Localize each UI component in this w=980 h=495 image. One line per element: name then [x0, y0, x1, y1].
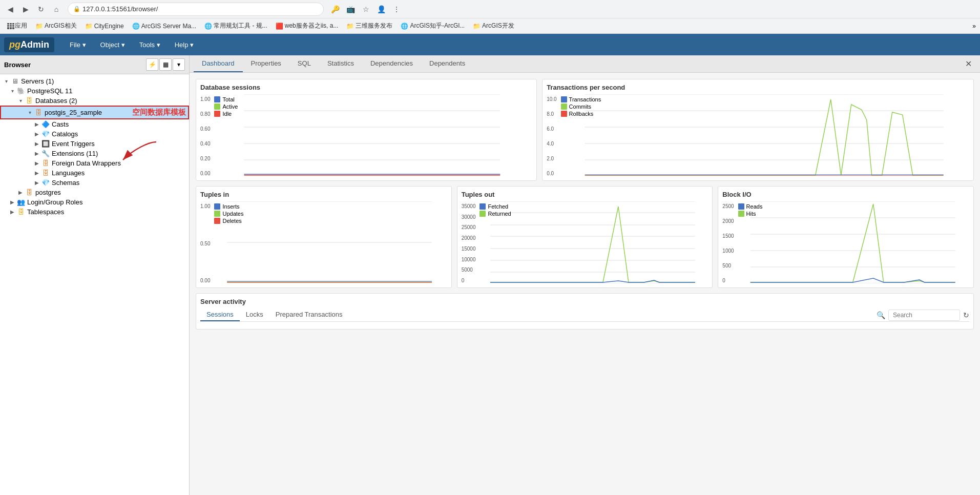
- tab-properties[interactable]: Properties: [243, 55, 289, 72]
- toggle-postgis[interactable]: ▾: [26, 110, 34, 115]
- sidebar-tree: ▾ 🖥 Servers (1) ▾ 🐘 PostgreSQL 11 ▾ 🗄 Da…: [0, 74, 189, 495]
- y-label: 1.00: [200, 203, 210, 209]
- toggle-casts[interactable]: ▶: [33, 121, 41, 127]
- toggle-languages[interactable]: ▶: [33, 170, 41, 176]
- y-label: 0.40: [200, 141, 210, 147]
- toggle-event-triggers[interactable]: ▶: [33, 141, 41, 147]
- y-label: 1500: [722, 233, 734, 239]
- tree-item-catalogs[interactable]: ▶ 💎 Catalogs: [0, 129, 189, 139]
- main-layout: Browser ⚡ ▦ ▾ ▾ 🖥 Servers (1) ▾ 🐘 Postgr…: [0, 55, 980, 495]
- tree-item-databases[interactable]: ▾ 🗄 Databases (2): [0, 96, 189, 106]
- grid-button[interactable]: ▦: [159, 58, 172, 71]
- activity-tab-prepared[interactable]: Prepared Transactions: [269, 308, 349, 321]
- toggle-fdw[interactable]: ▶: [33, 160, 41, 166]
- bookmark-star-icon[interactable]: ☆: [360, 3, 372, 15]
- fdw-label: Foreign Data Wrappers: [52, 159, 187, 167]
- forward-button[interactable]: ▶: [19, 3, 32, 15]
- toggle-schemas[interactable]: ▶: [33, 180, 41, 185]
- tree-item-tablespaces[interactable]: ▶ 🗄 Tablespaces: [0, 207, 189, 217]
- tree-item-postgresql[interactable]: ▾ 🐘 PostgreSQL 11: [0, 86, 189, 96]
- tree-item-servers[interactable]: ▾ 🖥 Servers (1): [0, 76, 189, 86]
- tree-item-postgis[interactable]: ▾ 🗄 postgis_25_sample 空间数据库模板: [0, 106, 189, 119]
- catalogs-label: Catalogs: [52, 130, 187, 138]
- toggle-servers[interactable]: ▾: [2, 78, 10, 84]
- block-io-svg: [736, 201, 969, 283]
- activity-tab-locks[interactable]: Locks: [240, 308, 269, 321]
- y-label: 2000: [722, 218, 734, 224]
- menu-file[interactable]: File ▾: [62, 37, 93, 53]
- charts-row-2: Tuples in 1.00 0.50 0.00 Inserts: [196, 186, 974, 288]
- bookmarks-overflow[interactable]: »: [972, 23, 976, 30]
- tuples-out-panel: Tuples out 35000 30000 25000 20000 15000…: [457, 186, 713, 288]
- menu-dots-icon[interactable]: ⋮: [390, 3, 403, 15]
- tree-item-postgres[interactable]: ▶ 🗄 postgres: [0, 188, 189, 197]
- legend-returned: Returned: [479, 211, 511, 217]
- activity-tab-sessions[interactable]: Sessions: [200, 308, 240, 321]
- home-button[interactable]: ⌂: [50, 3, 62, 15]
- legend-total-color: [214, 96, 220, 102]
- databases-label: Databases (2): [35, 97, 187, 105]
- close-panel-button[interactable]: ✕: [961, 57, 976, 71]
- bookmark-cityengine[interactable]: 📁 CityEngine: [82, 22, 127, 31]
- y-label: 0: [462, 278, 476, 283]
- toggle-extensions[interactable]: ▶: [33, 151, 41, 156]
- tab-sql[interactable]: SQL: [289, 55, 319, 72]
- dashboard: Database sessions 1.00 0.80 0.60 0.40 0.…: [190, 73, 980, 495]
- key-icon[interactable]: 🔑: [329, 3, 341, 15]
- refresh-icon[interactable]: ↻: [963, 311, 969, 319]
- postgres-label: postgres: [35, 189, 187, 196]
- reload-button[interactable]: ↻: [35, 3, 47, 15]
- db-sessions-legend: Total Active Idle: [214, 96, 238, 118]
- cast-browser-icon[interactable]: 📺: [344, 3, 357, 15]
- lightning-button[interactable]: ⚡: [146, 58, 158, 71]
- bookmark-arcgis-zhihu[interactable]: 🌐 ArcGIS知乎-ArcGl...: [398, 20, 468, 31]
- tree-item-languages[interactable]: ▶ 🗄 Languages: [0, 168, 189, 178]
- toggle-postgresql[interactable]: ▾: [8, 88, 16, 94]
- tree-item-schemas[interactable]: ▶ 💎 Schemas: [0, 178, 189, 188]
- tree-item-casts[interactable]: ▶ 🔷 Casts: [0, 119, 189, 129]
- legend-reads-label: Reads: [746, 203, 763, 210]
- toggle-databases[interactable]: ▾: [16, 98, 25, 104]
- profile-icon[interactable]: 👤: [375, 3, 387, 15]
- search-input[interactable]: [888, 310, 960, 321]
- legend-updates: Updates: [214, 211, 243, 217]
- tree-item-fdw[interactable]: ▶ 🗄 Foreign Data Wrappers: [0, 158, 189, 168]
- legend-fetched-color: [479, 203, 486, 210]
- back-button[interactable]: ◀: [4, 3, 16, 15]
- bookmark-arcgis[interactable]: 📁 ArcGIS相关: [32, 20, 80, 31]
- menu-help[interactable]: Help ▾: [168, 37, 201, 53]
- db-sessions-panel: Database sessions 1.00 0.80 0.60 0.40 0.…: [196, 79, 537, 181]
- tree-item-login-roles[interactable]: ▶ 👥 Login/Group Roles: [0, 197, 189, 207]
- toggle-tablespaces[interactable]: ▶: [8, 209, 16, 215]
- legend-rollbacks-color: [561, 111, 567, 117]
- toggle-login-roles[interactable]: ▶: [8, 199, 16, 205]
- y-label: 25000: [462, 224, 476, 230]
- bookmark-arcgis-dev[interactable]: 📁 ArcGIS开发: [470, 20, 517, 31]
- bookmark-arcgis-server[interactable]: 🌐 ArcGIS Server Ma...: [129, 22, 199, 31]
- toggle-catalogs[interactable]: ▶: [33, 131, 41, 137]
- y-label: 500: [722, 263, 734, 269]
- y-label: 1000: [722, 248, 734, 254]
- tab-dependencies[interactable]: Dependencies: [362, 55, 421, 72]
- legend-updates-label: Updates: [222, 211, 243, 217]
- toggle-postgres[interactable]: ▶: [16, 190, 25, 195]
- y-label: 2500: [722, 203, 734, 209]
- tab-dependents[interactable]: Dependents: [421, 55, 473, 72]
- transactions-chart: 10.0 8.0 6.0 4.0 2.0 0.0: [547, 94, 969, 176]
- postgres-icon: 🗄: [25, 189, 34, 196]
- address-bar[interactable]: 🔒 127.0.0.1:51561/browser/: [68, 3, 324, 16]
- y-label: 0.60: [200, 126, 210, 132]
- apps-button[interactable]: 应用: [4, 20, 30, 31]
- tab-statistics[interactable]: Statistics: [319, 55, 362, 72]
- y-label: 1.00: [200, 96, 210, 102]
- tree-item-event-triggers[interactable]: ▶ 🔲 Event Triggers: [0, 139, 189, 149]
- menu-object[interactable]: Object ▾: [93, 37, 132, 53]
- menu-tools[interactable]: Tools ▾: [132, 37, 168, 53]
- bookmark-planning[interactable]: 🌐 常用规划工具 - 规...: [201, 20, 270, 31]
- bookmark-web-server[interactable]: 🟥 web服务器之iis, a...: [273, 20, 342, 31]
- tree-item-extensions[interactable]: ▶ 🔧 Extensions (11): [0, 149, 189, 158]
- legend-returned-label: Returned: [488, 211, 511, 217]
- tab-dashboard[interactable]: Dashboard: [194, 55, 243, 72]
- bookmark-3d-service[interactable]: 📁 三维服务发布: [343, 20, 395, 31]
- filter-button[interactable]: ▾: [173, 58, 185, 71]
